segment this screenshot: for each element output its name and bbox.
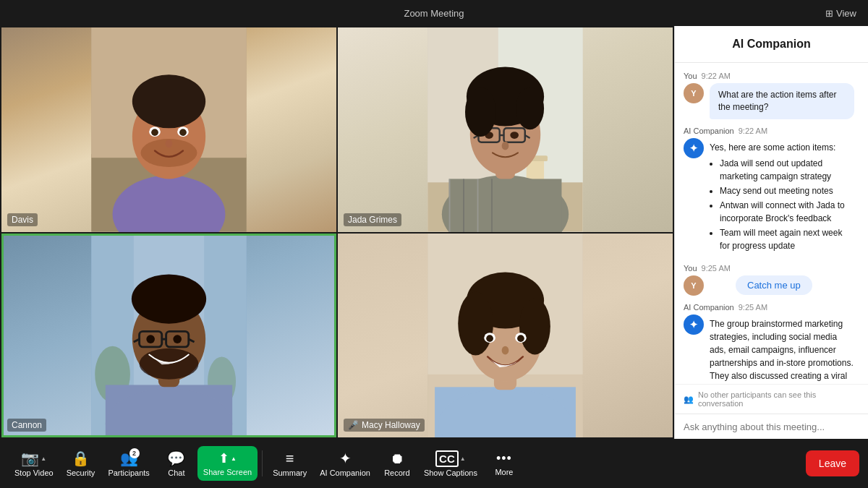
svg-rect-23 (477, 179, 479, 231)
video-cell-cannon: Cannon (1, 234, 336, 438)
share-screen-chevron: ▲ (231, 455, 237, 462)
svg-point-35 (465, 87, 496, 137)
security-icon-area: 🔒 (72, 450, 90, 467)
ai-bubble-2: The group brainstormed marketing strateg… (710, 314, 854, 384)
name-tag-davis: Davis (7, 213, 38, 226)
security-button[interactable]: 🔒 Security (61, 445, 101, 481)
share-screen-button[interactable]: ⬆ ▲ Share Screen (197, 446, 258, 481)
user-avatar-1: Y (684, 83, 704, 103)
ai-panel-header: AI Companion (675, 26, 868, 63)
share-screen-icon-area: ⬆ ▲ (218, 450, 237, 466)
svg-point-68 (486, 335, 493, 342)
stop-video-button[interactable]: 📷 ▲ Stop Video (9, 445, 59, 481)
person-svg-cannon (1, 234, 336, 438)
person-svg-jada (338, 27, 673, 232)
ai-avatar-1: ✦ (684, 138, 704, 158)
svg-point-11 (179, 129, 187, 136)
message-group-1: You 9:22 AM Y What are the action items … (684, 72, 859, 119)
top-bar: Zoom Meeting ⊞ View (0, 0, 868, 26)
svg-point-52 (146, 335, 155, 343)
summary-icon-area: ≡ (286, 450, 294, 467)
svg-point-33 (510, 132, 519, 139)
toolbar-divider (262, 450, 263, 476)
bullet-1: Jada will send out updated marketing cam… (720, 157, 854, 183)
catch-me-up-bubble[interactable]: Catch me up (736, 275, 812, 295)
meeting-title: Zoom Meeting (404, 8, 464, 19)
svg-point-12 (166, 140, 173, 148)
message-group-2: AI Companion 9:22 AM ✦ Yes, here are som… (684, 127, 859, 257)
view-button[interactable]: ⊞ View (825, 8, 856, 19)
video-grid: Davis (0, 26, 674, 439)
message-meta-1: You 9:22 AM (684, 72, 859, 80)
record-button[interactable]: ⏺ Record (378, 446, 417, 481)
mute-icon: 🎤 (348, 420, 359, 430)
captions-chevron: ▲ (460, 455, 466, 462)
more-icon: ••• (496, 451, 512, 466)
toolbar-items: 📷 ▲ Stop Video 🔒 Security 👥 2 Participan… (9, 445, 524, 481)
privacy-notice: 👥 No other participants can see this con… (675, 384, 868, 414)
video-cell-jada: Jada Grimes (338, 27, 673, 232)
security-icon: 🔒 (72, 450, 90, 467)
grid-icon: ⊞ (825, 8, 833, 19)
ai-input[interactable] (684, 421, 859, 432)
ai-companion-icon-area: ✦ (339, 450, 352, 467)
participants-button[interactable]: 👥 2 Participants (102, 445, 155, 481)
svg-point-10 (151, 129, 158, 136)
video-cell-davis: Davis (1, 27, 336, 232)
main-content: Davis (0, 26, 868, 439)
svg-point-69 (517, 335, 524, 342)
svg-point-6 (132, 74, 205, 128)
privacy-icon: 👥 (684, 395, 694, 404)
message-row-1: Y What are the action items after the me… (684, 83, 859, 119)
more-button[interactable]: ••• More (485, 447, 524, 481)
message-group-4: AI Companion 9:25 AM ✦ The group brainst… (684, 303, 859, 384)
message-row-2: ✦ Yes, here are some action items: Jada … (684, 138, 859, 257)
ai-messages-list: You 9:22 AM Y What are the action items … (675, 63, 868, 384)
name-tag-cannon: Cannon (7, 419, 46, 432)
chat-button[interactable]: 💬 Chat (157, 445, 196, 481)
bullet-2: Macy send out meeting notes (720, 184, 854, 197)
captions-icon-area: CC ▲ (435, 450, 466, 467)
ai-bullet-list-1: Jada will send out updated marketing cam… (710, 157, 854, 252)
more-icon-area: ••• (496, 451, 512, 466)
message-group-3: You 9:25 AM Y Catch me up (684, 264, 859, 296)
ai-companion-button[interactable]: ✦ AI Companion (314, 445, 376, 481)
message-row-3: Y Catch me up (684, 275, 859, 296)
svg-rect-22 (463, 179, 464, 231)
chat-icon-area: 💬 (167, 450, 185, 467)
person-svg-davis (1, 27, 336, 232)
captions-icon: CC (435, 450, 459, 467)
stop-video-chevron: ▲ (41, 455, 46, 462)
ai-companion-icon: ✦ (339, 450, 352, 467)
chat-icon: 💬 (167, 450, 185, 467)
ai-bubble-1: Yes, here are some action items: Jada wi… (710, 138, 854, 257)
name-tag-macy: 🎤 Macy Halloway (344, 419, 425, 432)
user-avatar-2: Y (684, 275, 704, 296)
message-row-4: ✦ The group brainstormed marketing strat… (684, 314, 859, 384)
svg-point-54 (132, 274, 206, 323)
summary-icon: ≡ (286, 450, 294, 467)
svg-point-53 (173, 335, 182, 343)
share-screen-icon: ⬆ (218, 450, 229, 466)
leave-button[interactable]: Leave (806, 450, 859, 476)
person-svg-macy (338, 234, 673, 438)
participants-icon-wrap: 👥 2 (120, 450, 138, 467)
svg-point-70 (502, 346, 509, 354)
svg-rect-21 (449, 179, 451, 231)
ai-text-2: The group brainstormed marketing strateg… (710, 317, 854, 384)
show-captions-button[interactable]: CC ▲ Show Captions (418, 446, 483, 481)
bullet-3: Antwan will connect with Jada to incorpo… (720, 199, 854, 225)
ai-text-1: Yes, here are some action items: Jada wi… (710, 141, 854, 252)
summary-button[interactable]: ≡ Summary (267, 446, 312, 481)
toolbar: 📷 ▲ Stop Video 🔒 Security 👥 2 Participan… (0, 439, 868, 488)
message-meta-3: You 9:25 AM (684, 264, 859, 273)
stop-video-icon-area: 📷 ▲ (21, 450, 46, 467)
video-cell-macy: 🎤 Macy Halloway (338, 234, 673, 438)
ai-input-area[interactable] (675, 414, 868, 439)
message-meta-4: AI Companion 9:25 AM (684, 303, 859, 312)
message-meta-2: AI Companion 9:22 AM (684, 127, 859, 135)
svg-rect-20 (449, 179, 562, 231)
name-tag-jada: Jada Grimes (344, 213, 401, 226)
user-bubble-1: What are the action items after the meet… (710, 83, 854, 119)
record-icon: ⏺ (390, 450, 404, 467)
